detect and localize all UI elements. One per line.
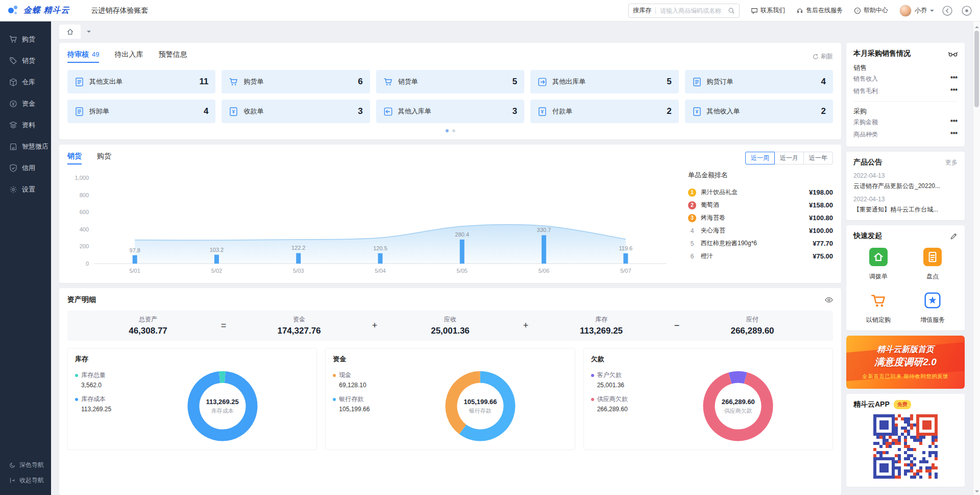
tile-other-outbound[interactable]: 其他出库单5 (530, 70, 678, 93)
after-sales-service-link[interactable]: 售后在线服务 (796, 6, 843, 15)
funds-panel: 资金 现金69,128.10 银行存款105,199.66 (325, 348, 575, 450)
sidebar-item-funds[interactable]: 资金 (0, 93, 51, 114)
target-button[interactable] (961, 5, 973, 17)
tab-pending-review[interactable]: 待审核49 (67, 50, 99, 63)
svg-text:97.8: 97.8 (129, 247, 140, 253)
range-month-button[interactable]: 近一月 (774, 152, 804, 164)
quick-launch-grid: 调拨单 盘点 以销定购 (853, 248, 958, 324)
sidebar-item-purchase[interactable]: 购货 (0, 29, 51, 50)
quick-stocktake[interactable]: 盘点 (923, 248, 942, 281)
svg-text:119.6: 119.6 (619, 245, 632, 251)
help-center-link[interactable]: ? 帮助中心 (854, 6, 888, 15)
svg-text:600: 600 (80, 209, 89, 215)
search-divider (655, 7, 656, 14)
quick-value-added-service[interactable]: 增值服务 (920, 291, 945, 324)
cart-icon (9, 35, 17, 43)
sidebar-item-microstore[interactable]: 智慧微店 (0, 136, 51, 157)
sidebar-item-label: 智慧微店 (22, 142, 48, 151)
main-column: 待审核49 待出入库 预警信息 刷新 其他支出单11 购货单6 销货单5 (59, 43, 841, 495)
tile-payment[interactable]: 付款单2 (530, 100, 678, 123)
range-week-button[interactable]: 近一周 (745, 152, 775, 164)
user-menu[interactable]: 小乔 (899, 5, 934, 17)
glasses-icon[interactable] (948, 51, 958, 57)
tab-warnings[interactable]: 预警信息 (158, 50, 187, 63)
sidebar-item-warehouse[interactable]: 仓库 (0, 72, 51, 93)
scrollbar-thumb[interactable] (974, 31, 979, 107)
quick-transfer-order[interactable]: 调拨单 (869, 248, 888, 281)
tab-dropdown-button[interactable] (83, 25, 95, 39)
legend-dot (75, 398, 78, 401)
survey-banner[interactable]: 精斗云新版首页 满意度调研2.0 全新首页已到来 期待收到您的反馈 (846, 336, 965, 389)
tile-disassembly[interactable]: 拆卸单4 (67, 100, 215, 123)
month-summary-title: 本月采购销售情况 (853, 49, 911, 58)
sidebar-item-label: 资金 (22, 99, 35, 108)
tile-other-expense[interactable]: 其他支出单11 (67, 70, 215, 93)
svg-text:?: ? (856, 9, 859, 12)
tab-pending-inout[interactable]: 待出入库 (114, 50, 143, 63)
cart-orange-icon (869, 291, 888, 312)
range-switcher: 近一周 近一月 近一年 (746, 152, 833, 164)
announcement-item[interactable]: 2022-04-13 云进销存产品更新公告_20220... (853, 172, 958, 191)
refresh-button[interactable]: 刷新 (813, 52, 833, 61)
tile-purchase-order[interactable]: 购货单6 (222, 70, 370, 93)
app-card: 精斗云APP 免费 (846, 394, 965, 487)
money-doc-icon (537, 107, 547, 116)
sidebar-item-credit[interactable]: 信用 (0, 157, 51, 179)
tile-purchase-request[interactable]: 购货订单4 (685, 70, 833, 93)
funds-legend: 现金69,128.10 银行存款105,199.66 (333, 368, 393, 444)
svg-text:5/02: 5/02 (211, 268, 222, 274)
more-link[interactable]: 更多 (945, 158, 958, 167)
search-input[interactable] (660, 7, 728, 14)
brand-logo[interactable]: 金蝶 精斗云 (7, 5, 69, 17)
tile-receipt[interactable]: 收款单3 (222, 100, 370, 123)
sidebar-item-settings[interactable]: 设置 (0, 179, 51, 200)
contact-us-link[interactable]: 联系我们 (751, 6, 785, 15)
ranking-row[interactable]: 1果汁饮品礼盒¥198.00 (688, 186, 833, 199)
panel-title: 库存 (75, 355, 309, 364)
month-summary-card: 本月采购销售情况 销售 销售收入*** 销售毛利*** 采购 采购金额*** 商… (846, 43, 965, 147)
dark-nav-toggle[interactable]: 深色导航 (9, 457, 51, 473)
search-scope-selector[interactable]: 搜库存 (633, 6, 651, 15)
free-badge: 免费 (894, 400, 911, 409)
cart-doc-icon (383, 77, 393, 87)
gold-medal-icon: 1 (688, 188, 696, 197)
rank-number: 4 (688, 227, 696, 234)
quick-sales-driven-purchase[interactable]: 以销定购 (866, 291, 891, 324)
funds-donut-chart: 105,199.66银行存款 (442, 368, 519, 444)
product-ranking: 单品金额排名 1果汁饮品礼盒¥198.00 2葡萄酒¥158.00 3烤海苔卷¥… (680, 169, 833, 276)
chat-icon (751, 7, 758, 14)
ranking-row[interactable]: 3烤海苔卷¥100.80 (688, 211, 833, 224)
tab-sales-trend[interactable]: 销货 (67, 152, 82, 164)
ranking-row[interactable]: 5西红柿意粉酱190g*6¥77.70 (688, 237, 833, 250)
tab-purchase-trend[interactable]: 购货 (97, 152, 111, 164)
announcement-item[interactable]: 2022-04-13 【重要通知】精斗云工作台城... (853, 196, 958, 214)
scroll-down-arrow[interactable] (975, 490, 979, 494)
page-dot-1[interactable] (446, 129, 449, 132)
shield-icon (9, 164, 17, 172)
scroll-up-arrow[interactable] (975, 24, 979, 28)
sidebar-item-sales[interactable]: 销货 (0, 50, 51, 72)
ranking-row[interactable]: 4夹心海苔¥100.00 (688, 224, 833, 237)
tile-sales-order[interactable]: 销货单5 (376, 70, 524, 93)
pencil-icon[interactable] (950, 232, 958, 240)
range-year-button[interactable]: 近一年 (803, 152, 833, 164)
layers-icon (9, 121, 17, 129)
debts-donut-chart: 266,289.60供应商欠款 (700, 368, 776, 444)
store-icon (9, 143, 17, 151)
ranking-row[interactable]: 6橙汁¥75.00 (688, 250, 833, 263)
tile-other-income[interactable]: 其他收入单2 (685, 100, 833, 123)
ranking-row[interactable]: 2葡萄酒¥158.00 (688, 199, 833, 211)
page-dot-2[interactable] (452, 129, 455, 132)
collapse-nav-button[interactable]: 收起导航 (9, 473, 51, 488)
eye-icon[interactable] (825, 296, 833, 304)
home-tab[interactable] (59, 25, 81, 39)
summary-row: 销售收入*** (853, 73, 958, 85)
sidebar-item-data[interactable]: 资料 (0, 114, 51, 136)
legend-dot (333, 398, 336, 401)
star-service-icon (923, 291, 942, 312)
home-icon (66, 28, 74, 36)
search-icon[interactable] (728, 7, 735, 14)
back-button[interactable] (941, 5, 953, 17)
tile-other-inbound[interactable]: 其他入库单3 (376, 100, 524, 123)
operator: + (516, 320, 536, 331)
